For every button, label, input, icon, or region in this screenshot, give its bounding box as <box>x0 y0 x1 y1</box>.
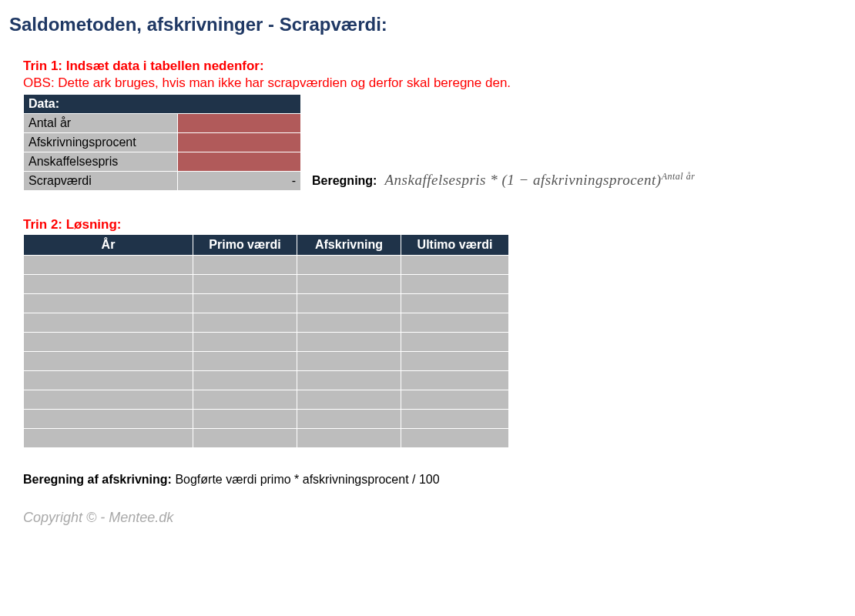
table-cell <box>24 275 193 294</box>
input-anskaffelsespris[interactable] <box>178 152 301 172</box>
table-cell <box>24 352 193 371</box>
table-cell <box>297 313 401 333</box>
table-cell <box>401 371 509 390</box>
input-afskrivningsprocent[interactable] <box>178 133 301 152</box>
table-cell <box>193 429 297 448</box>
table-row <box>24 294 509 313</box>
table-cell <box>297 294 401 313</box>
table-cell <box>24 294 193 313</box>
table-row <box>24 313 509 333</box>
input-antal-ar[interactable] <box>178 114 301 133</box>
step1-heading: Trin 1: Indsæt data i tabellen nedenfor: <box>23 59 847 74</box>
table-row <box>24 390 509 410</box>
table-cell <box>193 275 297 294</box>
table-cell <box>401 352 509 371</box>
table-cell <box>401 333 509 352</box>
table-row <box>24 429 509 448</box>
label-afskrivningsprocent: Afskrivningsprocent <box>24 133 178 152</box>
table-row <box>24 275 509 294</box>
table-cell <box>193 313 297 333</box>
table-cell <box>193 333 297 352</box>
table-cell <box>297 352 401 371</box>
table-row <box>24 256 509 275</box>
table-cell <box>297 410 401 429</box>
formula-main: Anskaffelsespris * (1 − afskrivningsproc… <box>384 172 661 188</box>
table-cell <box>297 333 401 352</box>
col-ultimo: Ultimo værdi <box>401 235 509 256</box>
beregning-label: Beregning: <box>312 174 377 188</box>
table-cell <box>193 352 297 371</box>
table-cell <box>297 371 401 390</box>
table-cell <box>297 390 401 410</box>
table-cell <box>401 294 509 313</box>
table-cell <box>297 256 401 275</box>
table-cell <box>193 390 297 410</box>
table-cell <box>401 390 509 410</box>
table-cell <box>297 275 401 294</box>
table-cell <box>24 390 193 410</box>
table-row <box>24 371 509 390</box>
table-row <box>24 333 509 352</box>
table-cell <box>401 256 509 275</box>
data-row-afskrivningsprocent: Afskrivningsprocent <box>24 133 301 152</box>
formula-exponent: Antal år <box>662 171 696 182</box>
table-cell <box>24 429 193 448</box>
table-cell <box>297 429 401 448</box>
table-cell <box>401 313 509 333</box>
label-scrapvaerdi: Scrapværdi <box>24 172 178 191</box>
table-cell <box>401 429 509 448</box>
copyright: Copyright © - Mentee.dk <box>23 510 847 526</box>
beregning-afskrivning-text: Bogførte værdi primo * afskrivningsproce… <box>175 473 439 486</box>
step1-note: OBS: Dette ark bruges, hvis man ikke har… <box>23 75 847 91</box>
table-cell <box>24 410 193 429</box>
beregning-line: Beregning: Anskaffelsespris * (1 − afskr… <box>312 171 695 191</box>
table-cell <box>193 371 297 390</box>
data-table: Data: Antal år Afskrivningsprocent Anska… <box>23 94 301 191</box>
table-cell <box>193 294 297 313</box>
table-row <box>24 410 509 429</box>
beregning-afskrivning-label: Beregning af afskrivning: <box>23 473 175 486</box>
label-anskaffelsespris: Anskaffelsespris <box>24 152 178 172</box>
table-row <box>24 352 509 371</box>
data-row-antal-ar: Antal år <box>24 114 301 133</box>
table-cell <box>24 333 193 352</box>
table-cell <box>24 256 193 275</box>
table-cell <box>401 410 509 429</box>
data-table-header: Data: <box>24 95 301 114</box>
data-row-scrapvaerdi: Scrapværdi - <box>24 172 301 191</box>
beregning-formula: Anskaffelsespris * (1 − afskrivningsproc… <box>384 171 695 189</box>
label-antal-ar: Antal år <box>24 114 178 133</box>
table-cell <box>24 371 193 390</box>
table-cell <box>193 410 297 429</box>
col-afskrivning: Afskrivning <box>297 235 401 256</box>
page-title: Saldometoden, afskrivninger - Scrapværdi… <box>9 14 847 35</box>
col-primo: Primo værdi <box>193 235 297 256</box>
solution-table: År Primo værdi Afskrivning Ultimo værdi <box>23 234 509 448</box>
table-cell <box>193 256 297 275</box>
step2-heading: Trin 2: Løsning: <box>23 217 847 233</box>
col-ar: År <box>24 235 193 256</box>
data-row-anskaffelsespris: Anskaffelsespris <box>24 152 301 172</box>
value-scrapvaerdi: - <box>178 172 301 191</box>
table-cell <box>401 275 509 294</box>
table-cell <box>24 313 193 333</box>
beregning-afskrivning: Beregning af afskrivning: Bogførte værdi… <box>23 473 847 487</box>
